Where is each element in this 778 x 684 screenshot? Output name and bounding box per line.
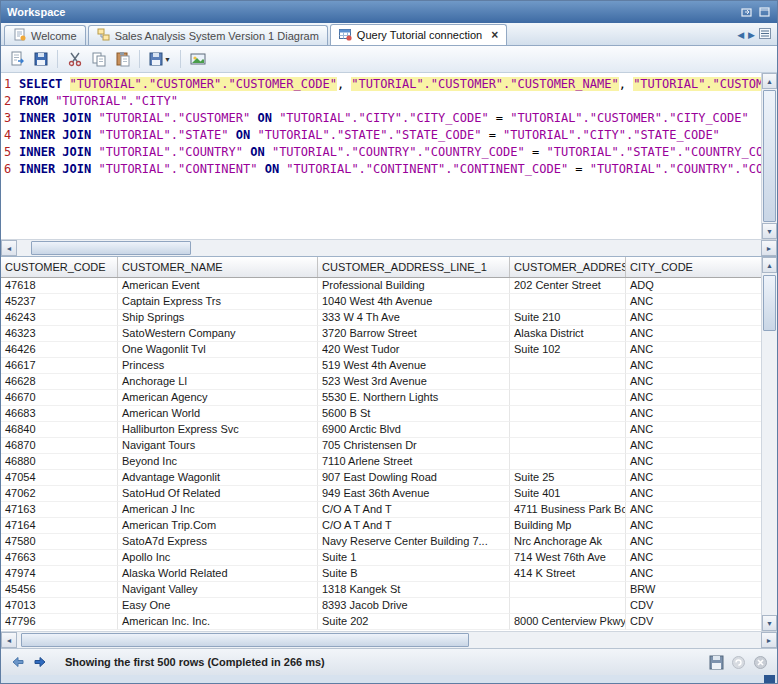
table-cell: Suite B [318,566,510,582]
table-row[interactable]: 46880Beyond Inc7110 Arlene StreetANC [1,454,761,470]
scroll-down-icon[interactable]: ▼ [762,615,777,631]
tab-list-icon[interactable] [759,28,771,41]
table-row[interactable]: 46617Princess519 West 4th AvenueANC [1,358,761,374]
column-header-customer_address_line_1[interactable]: CUSTOMER_ADDRESS_LINE_1 [318,257,510,277]
scrollbar-thumb[interactable] [763,90,776,222]
table-cell: ANC [626,390,761,406]
table-cell: 47796 [1,614,118,630]
table-cell: ANC [626,566,761,582]
table-row[interactable]: 46870Navigant Tours705 Christensen DrANC [1,438,761,454]
table-cell: 8000 Centerview Pkwy [510,614,626,630]
column-header-customer_address_line_2[interactable]: CUSTOMER_ADDRESS_LINE_2 [510,257,626,277]
table-row[interactable]: 47663Apollo IncSuite 1714 West 76th AveA… [1,550,761,566]
export-dropdown-icon[interactable]: ▼ [145,48,175,70]
table-row[interactable]: 45237Captain Express Trs1040 West 4th Av… [1,294,761,310]
scroll-right-icon[interactable]: ► [761,240,777,256]
forward-arrow-icon[interactable] [31,653,49,671]
tab-scroll-left-icon[interactable]: ◀ [737,30,744,40]
table-row[interactable]: 46628Anchorage Ll523 West 3rd AvenueANC [1,374,761,390]
results-header: CUSTOMER_CODECUSTOMER_NAMECUSTOMER_ADDRE… [1,257,761,278]
table-cell [510,598,626,614]
table-row[interactable]: 47974Alaska World RelatedSuite B414 K St… [1,566,761,582]
table-row[interactable]: 47163American J IncC/O A T And T4711 Bus… [1,502,761,518]
scrollbar-track[interactable] [762,89,777,223]
table-row[interactable]: 47062SatoHud Of Related949 East 36th Ave… [1,486,761,502]
copy-icon[interactable] [87,48,110,70]
editor-vscrollbar[interactable]: ▲ ▼ [761,73,777,239]
workspace-window: Workspace Welcome Sales Analysis System … [0,0,778,684]
editor-code[interactable]: SELECT "TUTORIAL"."CUSTOMER"."CUSTOMER_C… [16,73,761,239]
table-row[interactable]: 46323SatoWestern Company3720 Barrow Stre… [1,326,761,342]
table-cell: American Inc. Inc. [118,614,318,630]
paste-icon[interactable] [111,48,134,70]
tab-scroll-right-icon[interactable]: ▶ [748,30,755,40]
table-cell: 47062 [1,486,118,502]
table-row[interactable]: 47054Advantage Wagonlit907 East Dowling … [1,470,761,486]
back-arrow-icon[interactable] [9,653,27,671]
table-cell: 47013 [1,598,118,614]
scroll-left-icon[interactable]: ◄ [1,632,17,648]
close-tab-icon[interactable]: × [491,28,498,42]
column-header-city_code[interactable]: CITY_CODE [626,257,761,277]
scrollbar-track[interactable] [17,632,761,648]
column-header-customer_name[interactable]: CUSTOMER_NAME [118,257,318,277]
scrollbar-track[interactable] [17,240,761,256]
table-row[interactable]: 46683American World5600 B StANC [1,406,761,422]
table-cell: Halliburton Express Svc [118,422,318,438]
table-row[interactable]: 46426One Wagonlit Tvl420 West TudorSuite… [1,342,761,358]
scroll-left-icon[interactable]: ◄ [1,240,17,256]
scroll-right-icon[interactable]: ► [761,632,777,648]
table-cell [510,438,626,454]
table-row[interactable]: 46670American Agency5530 E. Northern Lig… [1,390,761,406]
cut-icon[interactable] [63,48,86,70]
scroll-down-icon[interactable]: ▼ [762,223,777,239]
tab-welcome[interactable]: Welcome [4,25,86,45]
image-export-icon[interactable] [186,48,209,70]
results-hscrollbar[interactable]: ◄ ► [1,631,777,648]
table-cell: 333 W 4 Th Ave [318,310,510,326]
results-body[interactable]: 47618American EventProfessional Building… [1,278,761,630]
table-cell: C/O A T And T [318,502,510,518]
column-header-customer_code[interactable]: CUSTOMER_CODE [1,257,118,277]
table-cell: Navigant Valley [118,582,318,598]
table-row[interactable]: 46243Ship Springs333 W 4 Th AveSuite 210… [1,310,761,326]
table-row[interactable]: 47618American EventProfessional Building… [1,278,761,294]
table-cell: 46870 [1,438,118,454]
table-cell: Advantage Wagonlit [118,470,318,486]
undock-window-icon[interactable] [739,6,753,18]
table-row[interactable]: 47580SatoA7d ExpressNavy Reserve Center … [1,534,761,550]
table-row[interactable]: 46840Halliburton Express Svc6900 Arctic … [1,422,761,438]
results-vscrollbar[interactable]: ▲ ▼ [761,257,777,631]
table-cell: ANC [626,406,761,422]
scrollbar-track[interactable] [762,273,777,615]
resize-grip[interactable] [764,675,775,683]
table-row[interactable]: 47164American Trip.ComC/O A T And TBuild… [1,518,761,534]
table-cell: 47164 [1,518,118,534]
tab-query-tutorial-connection[interactable]: Query Tutorial connection × [330,24,507,45]
line-number: 6 [4,161,16,178]
tab-diagram[interactable]: Sales Analysis System Version 1 Diagram [88,25,328,45]
scrollbar-thumb[interactable] [763,275,776,331]
table-cell: 907 East Dowling Road [318,470,510,486]
table-cell: 705 Christensen Dr [318,438,510,454]
table-cell: 47580 [1,534,118,550]
scroll-up-icon[interactable]: ▲ [762,73,777,89]
scrollbar-thumb[interactable] [21,633,469,647]
editor-hscrollbar[interactable]: ◄ ► [1,239,777,256]
save-icon[interactable] [29,48,52,70]
new-file-icon[interactable] [5,48,28,70]
welcome-icon [13,28,26,43]
table-cell: American Agency [118,390,318,406]
scrollbar-thumb[interactable] [31,241,191,255]
table-row[interactable]: 45456Navigant Valley1318 Kangek StBRW [1,582,761,598]
titlebar[interactable]: Workspace [1,1,777,23]
table-row[interactable]: 47013Easy One8393 Jacob DriveCDV [1,598,761,614]
line-number: 2 [4,93,16,110]
window-bottom-strip [1,675,777,683]
save-results-icon[interactable] [707,653,725,671]
maximize-icon[interactable] [757,6,771,18]
scroll-up-icon[interactable]: ▲ [762,257,777,273]
table-cell: 6900 Arctic Blvd [318,422,510,438]
table-row[interactable]: 47796American Inc. Inc.Suite 2028000 Cen… [1,614,761,630]
table-cell: Suite 401 [510,486,626,502]
